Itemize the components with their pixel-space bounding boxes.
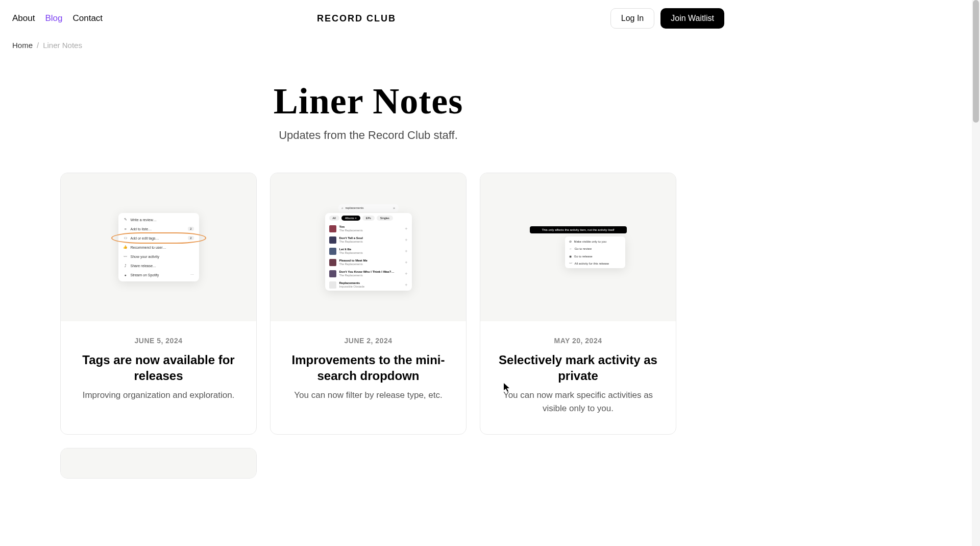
mockup-filter: All bbox=[329, 216, 339, 221]
breadcrumb-home[interactable]: Home bbox=[12, 41, 33, 50]
eye-off-icon: ⊘ bbox=[569, 240, 572, 243]
mockup-privacy-item: ◉ Go to release bbox=[565, 252, 625, 260]
blog-card[interactable]: ⌕ replacements × All Albums × EPs Single… bbox=[270, 173, 467, 435]
mockup-item-label: Add to liste… bbox=[131, 227, 152, 231]
card-image bbox=[61, 448, 256, 479]
card-date: MAY 20, 2024 bbox=[493, 337, 664, 345]
nav-contact[interactable]: Contact bbox=[72, 13, 103, 23]
card-body: JUNE 5, 2024 Tags are now available for … bbox=[61, 321, 256, 421]
mockup-search-result: Replacements Impossible Obstacle + bbox=[325, 279, 412, 291]
hero: Liner Notes Updates from the Record Club… bbox=[0, 50, 737, 173]
card-image: ⌕ replacements × All Albums × EPs Single… bbox=[271, 173, 466, 321]
plus-icon: + bbox=[405, 260, 407, 265]
breadcrumb: Home / Liner Notes bbox=[0, 37, 737, 50]
mockup-menu-item: 👍 Recommend to user… bbox=[118, 243, 199, 252]
activity-icon: 〰 bbox=[569, 262, 572, 265]
card-title: Selectively mark activity as private bbox=[493, 352, 664, 384]
mockup-filter: Singles bbox=[377, 216, 393, 221]
plus-icon: + bbox=[405, 271, 407, 276]
result-subtitle: The Replacements bbox=[339, 274, 402, 277]
login-button[interactable]: Log In bbox=[610, 8, 654, 29]
logo[interactable]: RECORD CLUB bbox=[317, 13, 396, 24]
mockup-item-label: Write a review… bbox=[131, 218, 157, 222]
mockup-search-result: Don't Tell a Soul The Replacements + bbox=[325, 234, 412, 246]
nav-left: About Blog Contact bbox=[12, 13, 103, 23]
mockup-menu-item: ≡ Add to liste… 2 bbox=[118, 224, 199, 233]
privacy-item-label: Make visible only to you bbox=[574, 240, 607, 243]
result-title: Don't Tell a Soul bbox=[339, 236, 402, 240]
privacy-item-label: Go to release bbox=[574, 255, 593, 258]
close-icon: × bbox=[393, 206, 396, 210]
mockup-search-dropdown: All Albums × EPs Singles Tim The Replace… bbox=[325, 213, 412, 291]
mockup-privacy-menu: ⊘ Make visible only to you → Go to revie… bbox=[565, 236, 625, 268]
mockup-filter-active: Albums × bbox=[341, 216, 360, 221]
mockup-privacy: This only affects the activity item, not… bbox=[527, 226, 629, 268]
mockup-filters: All Albums × EPs Singles bbox=[325, 213, 412, 223]
plus-icon: + bbox=[405, 249, 407, 254]
mockup-privacy-item: ⊘ Make visible only to you bbox=[565, 238, 625, 245]
mockup-search-input: ⌕ replacements × bbox=[338, 204, 399, 212]
scrollbar-thumb[interactable] bbox=[973, 0, 979, 123]
mockup-context-menu: ✎ Write a review… ≡ Add to liste… 2 ⬭ Ad… bbox=[118, 213, 199, 281]
card-description: You can now mark specific activities as … bbox=[493, 389, 664, 415]
tag-icon: ⬭ bbox=[124, 236, 128, 240]
card-title: Improvements to the mini-search dropdown bbox=[283, 352, 454, 384]
mockup-filter: EPs bbox=[362, 216, 375, 221]
result-title: Tim bbox=[339, 225, 402, 229]
breadcrumb-current: Liner Notes bbox=[43, 41, 82, 50]
mockup-item-label: Share release… bbox=[131, 264, 157, 268]
thumbs-up-icon: 👍 bbox=[124, 245, 128, 249]
album-thumb bbox=[329, 281, 336, 289]
privacy-item-label: Go to review bbox=[575, 247, 592, 250]
nav-right: Log In Join Waitlist bbox=[610, 8, 724, 29]
mockup-item-label: Add or edit tags… bbox=[131, 236, 159, 240]
result-title: Pleased to Meet Me bbox=[339, 259, 402, 263]
blog-card[interactable]: ✎ Write a review… ≡ Add to liste… 2 ⬭ Ad… bbox=[60, 173, 257, 435]
arrow-icon: → bbox=[569, 247, 572, 250]
album-thumb bbox=[329, 248, 336, 255]
card-body: JUNE 2, 2024 Improvements to the mini-se… bbox=[271, 321, 466, 421]
result-subtitle: Impossible Obstacle bbox=[339, 285, 402, 289]
mockup-menu-item: 〰 Show your activity bbox=[118, 252, 199, 261]
edit-icon: ✎ bbox=[124, 218, 128, 222]
mockup-menu-item: ⤴ Share release… bbox=[118, 261, 199, 270]
mockup-search-result: Tim The Replacements + bbox=[325, 223, 412, 234]
plus-icon: + bbox=[405, 238, 407, 243]
share-icon: ⤴ bbox=[124, 264, 128, 268]
nav-blog[interactable]: Blog bbox=[45, 13, 62, 23]
card-image: ✎ Write a review… ≡ Add to liste… 2 ⬭ Ad… bbox=[61, 173, 256, 321]
result-subtitle: The Replacements bbox=[339, 251, 402, 255]
mockup-privacy-item: → Go to review bbox=[565, 245, 625, 252]
blog-card[interactable] bbox=[60, 448, 257, 479]
breadcrumb-separator: / bbox=[37, 41, 39, 50]
mockup-item-label: Stream on Spotify bbox=[131, 273, 159, 277]
mockup-privacy-item: 〰 All activity for this release bbox=[565, 260, 625, 267]
result-title: Don't You Know Who I Think I Was?… bbox=[339, 270, 402, 274]
plus-icon: + bbox=[405, 226, 407, 231]
result-subtitle: The Replacements bbox=[339, 229, 402, 232]
card-image: This only affects the activity item, not… bbox=[480, 173, 676, 321]
nav-about[interactable]: About bbox=[12, 13, 35, 23]
mockup-item-label: Show your activity bbox=[131, 255, 159, 258]
album-thumb bbox=[329, 259, 336, 266]
mockup-search-result: Pleased to Meet Me The Replacements + bbox=[325, 257, 412, 268]
mockup-menu-item: ✎ Write a review… bbox=[118, 215, 199, 224]
album-thumb bbox=[329, 236, 336, 244]
card-title: Tags are now available for releases bbox=[73, 352, 244, 384]
scrollbar[interactable] bbox=[972, 0, 980, 479]
album-thumb bbox=[329, 225, 336, 232]
mockup-tooltip: This only affects the activity item, not… bbox=[530, 226, 627, 233]
join-waitlist-button[interactable]: Join Waitlist bbox=[660, 8, 724, 29]
plus-icon: + bbox=[405, 282, 407, 288]
mockup-menu-item-highlighted: ⬭ Add or edit tags… 2 bbox=[118, 233, 199, 243]
spotify-icon: ● bbox=[124, 273, 128, 277]
more-icon: ⋯ bbox=[190, 273, 194, 277]
mockup-search-result: Let It Be The Replacements + bbox=[325, 246, 412, 257]
blog-card[interactable]: This only affects the activity item, not… bbox=[480, 173, 676, 435]
result-title: Let It Be bbox=[339, 248, 402, 251]
page-title: Liner Notes bbox=[0, 80, 737, 123]
album-thumb bbox=[329, 270, 336, 277]
mockup-badge: 2 bbox=[188, 227, 193, 231]
card-description: You can now filter by release type, etc. bbox=[283, 389, 454, 402]
mockup-badge: 2 bbox=[188, 236, 193, 240]
